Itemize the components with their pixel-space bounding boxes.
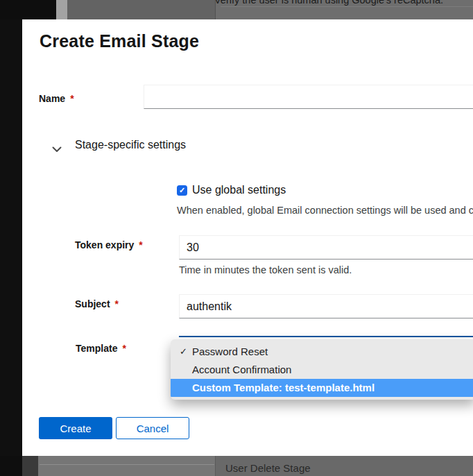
backdrop-table-select-column (56, 0, 67, 19)
template-option-custom-template[interactable]: Custom Template: test-template.html (171, 379, 473, 397)
subject-label: Subject* (75, 298, 119, 309)
backdrop-user-delete-stage-label: User Delete Stage (225, 462, 311, 474)
subject-input[interactable] (179, 294, 473, 318)
name-label: Name* (39, 93, 74, 104)
backdrop-nav-strip (22, 456, 38, 476)
name-input[interactable] (144, 85, 473, 109)
backdrop-table-panel-bottom (38, 456, 216, 476)
use-global-settings-label: Use global settings (192, 184, 286, 196)
use-global-settings-help: When enabled, global Email connection se… (177, 205, 473, 216)
create-email-stage-modal: Create Email Stage Name* Stage-specific … (22, 19, 473, 456)
backdrop-sidebar-bottom (0, 456, 22, 476)
backdrop-table-panel-top (67, 0, 216, 19)
stage-specific-settings-toggle[interactable]: Stage-specific settings (52, 137, 260, 155)
check-icon: ✓ (180, 343, 187, 361)
cancel-button[interactable]: Cancel (116, 417, 189, 439)
stage-specific-settings-label: Stage-specific settings (75, 139, 186, 151)
check-icon: ✓ (179, 186, 185, 194)
backdrop-row-divider-top (221, 6, 473, 7)
template-select-dropdown: ✓ Password Reset Account Confirmation Cu… (171, 339, 473, 400)
backdrop-sidebar-left (0, 19, 22, 456)
backdrop-recaptcha-description: Verify the user is human using Google's … (214, 0, 443, 6)
template-label: Template* (76, 343, 126, 354)
required-asterisk: * (139, 239, 142, 250)
chevron-down-icon (52, 143, 62, 155)
required-asterisk: * (115, 298, 119, 309)
use-global-settings-checkbox[interactable]: ✓ (177, 185, 187, 196)
token-expiry-label: Token expiry* (75, 239, 143, 250)
backdrop-sidebar-top (0, 0, 56, 19)
token-expiry-input[interactable] (179, 235, 473, 260)
required-asterisk: * (70, 93, 74, 104)
modal-title: Create Email Stage (40, 31, 199, 51)
required-asterisk: * (122, 343, 126, 354)
template-select-focus-border (179, 336, 473, 337)
backdrop-row-divider-bottom (40, 464, 214, 465)
backdrop-bottom-strip: User Delete Stage (0, 456, 473, 476)
template-option-account-confirmation[interactable]: Account Confirmation (171, 361, 473, 379)
create-button[interactable]: Create (39, 417, 112, 439)
token-expiry-help: Time in minutes the token sent is valid. (179, 264, 352, 275)
backdrop-top-strip: Verify the user is human using Google's … (0, 0, 473, 19)
template-option-password-reset[interactable]: ✓ Password Reset (171, 343, 473, 361)
